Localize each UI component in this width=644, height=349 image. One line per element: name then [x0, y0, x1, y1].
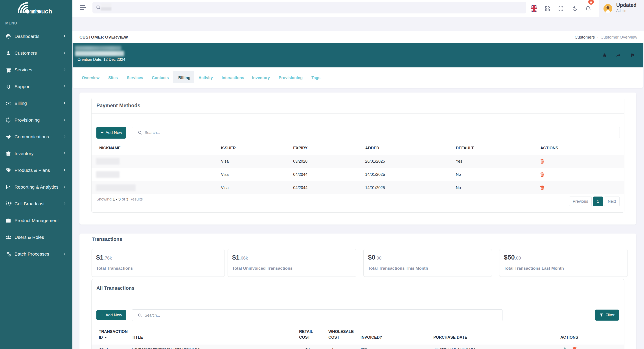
svg-text:mnit: mnit [30, 8, 38, 15]
svg-text:uch: uch [41, 8, 52, 15]
svg-text:A: A [8, 202, 10, 204]
